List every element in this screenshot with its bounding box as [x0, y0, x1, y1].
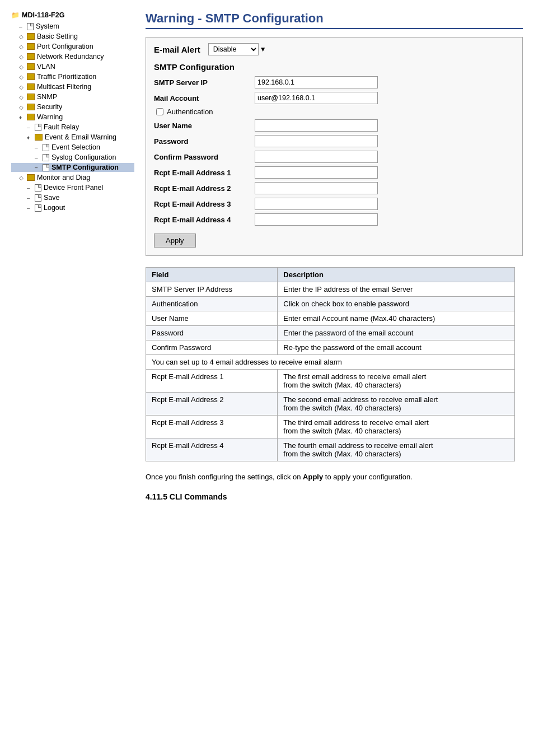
sidebar-item-save[interactable]: – Save: [11, 193, 134, 202]
sidebar-item-snmp[interactable]: ◇ SNMP: [11, 92, 134, 101]
sidebar-item-security[interactable]: ◇ Security: [11, 102, 134, 111]
sidebar-item-device-front-panel[interactable]: – Device Front Panel: [11, 183, 134, 192]
arrow-security: ◇: [19, 104, 25, 110]
arrow-warning: ♦: [19, 114, 25, 120]
form-row-confirm-password: Confirm Password: [154, 151, 514, 163]
form-row-rcpt2: Rcpt E-mail Address 2: [154, 182, 514, 194]
sidebar-item-syslog[interactable]: – Syslog Configuration: [11, 153, 134, 162]
arrow-system: –: [19, 24, 25, 30]
form-row-rcpt1: Rcpt E-mail Address 1: [154, 166, 514, 179]
email-alert-label: E-mail Alert: [154, 45, 200, 54]
apply-paragraph: Once you finish configuring the settings…: [146, 472, 515, 483]
sidebar-item-fault-relay[interactable]: – Fault Relay: [11, 123, 134, 132]
input-rcpt2[interactable]: [255, 182, 378, 194]
table-row: Authentication Click on check box to ena…: [146, 297, 515, 311]
input-rcpt1[interactable]: [255, 166, 378, 179]
sidebar-item-event-email[interactable]: ♦ Event & Email Warning: [11, 133, 134, 142]
sidebar-label-smtp: SMTP Configuration: [51, 164, 119, 171]
label-rcpt3: Rcpt E-mail Address 3: [154, 200, 255, 208]
sidebar-item-logout[interactable]: – Logout: [11, 203, 134, 212]
form-row-rcpt3: Rcpt E-mail Address 3: [154, 198, 514, 210]
select-arrow-icon: ▼: [260, 45, 266, 53]
desc-cell: The second email address to receive emai…: [278, 393, 515, 416]
field-cell: Confirm Password: [146, 340, 278, 355]
sidebar-tree: – System ◇ Basic Setting ◇ Port Configu: [11, 21, 134, 213]
sidebar-item-port-configuration[interactable]: ◇ Port Configuration: [11, 42, 134, 51]
sidebar-label-basic-setting: Basic Setting: [37, 32, 78, 40]
sidebar-item-system[interactable]: – System: [11, 22, 134, 31]
desc-cell: Enter email Account name (Max.40 charact…: [278, 311, 515, 326]
note-cell: You can set up to 4 email addresses to r…: [146, 355, 515, 370]
col-header-field: Field: [146, 268, 278, 282]
label-confirm-password: Confirm Password: [154, 153, 255, 161]
doc-icon-fault-relay: [35, 124, 41, 131]
folder-icon-security: [27, 104, 35, 110]
input-smtp-server-ip[interactable]: [255, 76, 378, 88]
arrow-basic-setting: ◇: [19, 34, 25, 40]
sidebar-item-traffic[interactable]: ◇ Traffic Prioritization: [11, 72, 134, 81]
table-row-note: You can set up to 4 email addresses to r…: [146, 355, 515, 370]
apply-button[interactable]: Apply: [154, 234, 196, 248]
input-password[interactable]: [255, 135, 378, 147]
sidebar-item-basic-setting[interactable]: ◇ Basic Setting: [11, 32, 134, 41]
sidebar-label-system: System: [36, 22, 59, 30]
form-row-mail-account: Mail Account: [154, 92, 514, 104]
label-user-name: User Name: [154, 122, 255, 130]
arrow-fault-relay: –: [27, 124, 32, 130]
table-row: SMTP Server IP Address Enter the IP addr…: [146, 282, 515, 297]
root-folder-icon: 📁: [11, 11, 20, 19]
sidebar: 📁 MDI-118-F2G – System ◇ Basic Setting: [11, 11, 134, 501]
sidebar-label-event-selection: Event Selection: [51, 143, 100, 151]
arrow-snmp: ◇: [19, 94, 25, 100]
sidebar-item-vlan[interactable]: ◇ VLAN: [11, 62, 134, 71]
doc-icon-smtp: [43, 164, 49, 171]
arrow-port: ◇: [19, 44, 25, 50]
input-rcpt3[interactable]: [255, 198, 378, 210]
label-rcpt2: Rcpt E-mail Address 2: [154, 184, 255, 193]
sidebar-root-label: MDI-118-F2G: [22, 11, 64, 19]
field-cell: Rcpt E-mail Address 4: [146, 438, 278, 461]
sidebar-label-snmp: SNMP: [37, 93, 57, 101]
smtp-section-title: SMTP Configuration: [154, 62, 514, 72]
sidebar-item-smtp-configuration[interactable]: – SMTP Configuration: [11, 163, 134, 172]
sidebar-label-syslog: Syslog Configuration: [51, 153, 116, 161]
sidebar-label-monitor: Monitor and Diag: [37, 174, 90, 181]
doc-icon-syslog: [43, 154, 49, 161]
form-row-smtp-server-ip: SMTP Server IP: [154, 76, 514, 88]
sidebar-item-monitor[interactable]: ◇ Monitor and Diag: [11, 173, 134, 182]
sidebar-item-event-selection[interactable]: – Event Selection: [11, 143, 134, 152]
cli-heading: 4.11.5 CLI Commands: [146, 492, 523, 501]
input-user-name[interactable]: [255, 119, 378, 132]
desc-cell: Click on check box to enable password: [278, 297, 515, 311]
checkbox-authentication[interactable]: [156, 108, 163, 115]
table-row: Rcpt E-mail Address 3 The third email ad…: [146, 416, 515, 438]
label-smtp-server-ip: SMTP Server IP: [154, 78, 255, 87]
arrow-event-email: ♦: [27, 134, 32, 141]
sidebar-label-save: Save: [44, 194, 60, 202]
desc-cell: Re-type the password of the email accoun…: [278, 340, 515, 355]
sidebar-label-security: Security: [37, 103, 62, 111]
sidebar-label-dfp: Device Front Panel: [44, 184, 103, 192]
sidebar-root[interactable]: 📁 MDI-118-F2G: [11, 11, 134, 19]
doc-icon-dfp: [35, 184, 41, 192]
form-row-password: Password: [154, 135, 514, 147]
doc-icon-save: [35, 194, 41, 202]
form-row-rcpt4: Rcpt E-mail Address 4: [154, 213, 514, 226]
field-cell: Rcpt E-mail Address 2: [146, 393, 278, 416]
sidebar-item-multicast[interactable]: ◇ Multicast Filtering: [11, 82, 134, 91]
input-mail-account[interactable]: [255, 92, 378, 104]
main-content: Warning - SMTP Configuration E-mail Aler…: [146, 11, 523, 501]
col-header-description: Description: [278, 268, 515, 282]
input-rcpt4[interactable]: [255, 213, 378, 226]
sidebar-item-warning[interactable]: ♦ Warning: [11, 113, 134, 122]
sidebar-label-traffic: Traffic Prioritization: [37, 73, 96, 81]
sidebar-item-network-redundancy[interactable]: ◇ Network Redundancy: [11, 52, 134, 61]
input-confirm-password[interactable]: [255, 151, 378, 163]
field-cell: Rcpt E-mail Address 1: [146, 370, 278, 393]
sidebar-label-multicast: Multicast Filtering: [37, 83, 91, 91]
field-cell: Password: [146, 326, 278, 340]
sidebar-label-logout: Logout: [44, 204, 65, 212]
sidebar-label-vlan: VLAN: [37, 63, 55, 71]
email-alert-select[interactable]: Disable Enable: [208, 43, 259, 55]
table-row: Rcpt E-mail Address 4 The fourth email a…: [146, 438, 515, 461]
